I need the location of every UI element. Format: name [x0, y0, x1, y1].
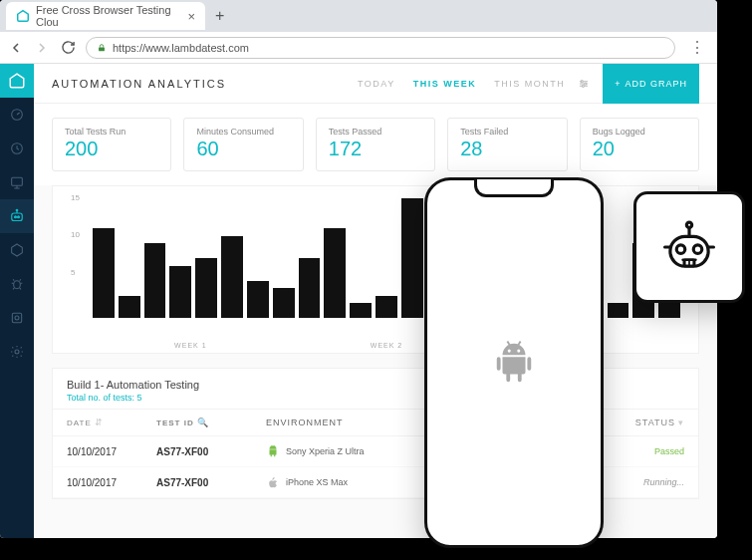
main-panel: AUTOMATION ANALYTICS TODAY THIS WEEK THI…	[34, 64, 717, 538]
apple-icon	[266, 475, 280, 489]
stat-card: Minutes Consumed60	[183, 118, 303, 171]
new-tab-button[interactable]: +	[209, 7, 230, 25]
search-icon[interactable]: 🔍	[197, 418, 209, 427]
stat-label: Tests Passed	[329, 127, 422, 137]
chart-bar	[273, 288, 295, 318]
stats-row: Total Tests Run200 Minutes Consumed60 Te…	[34, 104, 717, 185]
chart-bar	[401, 198, 423, 318]
chart-bar	[376, 296, 397, 319]
stat-value: 28	[460, 138, 554, 160]
cell-status: Passed	[615, 446, 684, 456]
android-icon	[266, 444, 280, 458]
chart-bar	[169, 266, 191, 319]
lock-icon	[97, 43, 107, 53]
chart-bar	[608, 303, 629, 318]
url-text: https://www.lambdatest.com	[113, 42, 249, 54]
android-logo-icon	[491, 340, 537, 386]
sidebar-item-realtime[interactable]	[0, 165, 34, 199]
stat-card: Bugs Logged20	[580, 118, 699, 171]
reload-icon[interactable]	[60, 40, 76, 56]
logo-icon[interactable]	[0, 64, 34, 98]
phone-notch	[474, 179, 554, 197]
tab-bar: Free Cross Browser Testing Clou × +	[0, 0, 717, 32]
robot-card	[633, 191, 745, 303]
chart-bar	[144, 243, 166, 318]
stat-value: 172	[329, 138, 422, 160]
svg-point-10	[15, 316, 19, 320]
sidebar-item-history[interactable]	[0, 132, 34, 165]
svg-point-11	[15, 350, 19, 354]
back-icon[interactable]	[8, 40, 24, 56]
sort-icon[interactable]: ⇵	[95, 418, 104, 427]
chart-bar	[247, 281, 269, 319]
browser-tab[interactable]: Free Cross Browser Testing Clou ×	[6, 2, 205, 30]
col-date: DATE⇵	[67, 418, 156, 427]
col-test-id: TEST ID🔍	[156, 418, 266, 427]
add-graph-label: ADD GRAPH	[625, 79, 687, 89]
svg-point-8	[14, 281, 21, 289]
filter-icon[interactable]	[577, 77, 591, 91]
stat-label: Tests Failed	[460, 127, 554, 137]
top-bar: AUTOMATION ANALYTICS TODAY THIS WEEK THI…	[34, 64, 717, 104]
chart-bar	[324, 228, 346, 318]
svg-point-16	[517, 350, 520, 353]
svg-point-5	[15, 216, 17, 218]
stat-label: Minutes Consumed	[196, 127, 290, 137]
plus-icon: +	[615, 79, 621, 89]
chart-bar	[93, 228, 115, 318]
col-status: STATUS▾	[615, 418, 684, 427]
sidebar-item-issues[interactable]	[0, 267, 34, 301]
browser-window: Free Cross Browser Testing Clou × + http…	[0, 0, 717, 538]
close-tab-icon[interactable]: ×	[187, 9, 195, 24]
sidebar-item-integrations[interactable]	[0, 301, 34, 335]
favicon-icon	[16, 9, 30, 23]
stat-label: Bugs Logged	[593, 127, 686, 137]
stat-card: Total Tests Run200	[52, 118, 171, 171]
forward-icon[interactable]	[34, 40, 50, 56]
add-graph-button[interactable]: + ADD GRAPH	[603, 64, 699, 104]
stat-value: 20	[593, 138, 686, 160]
range-today[interactable]: TODAY	[358, 79, 395, 89]
phone-mockup	[424, 177, 604, 548]
svg-rect-9	[12, 313, 21, 322]
sidebar-item-settings[interactable]	[0, 335, 34, 369]
svg-rect-3	[12, 177, 23, 185]
stat-label: Total Tests Run	[65, 127, 158, 137]
robot-icon	[655, 213, 723, 281]
stat-value: 60	[196, 138, 290, 160]
svg-point-13	[585, 82, 587, 84]
filter-icon[interactable]: ▾	[678, 418, 684, 427]
cell-status: Running...	[615, 477, 684, 487]
chart-bar	[119, 296, 140, 319]
app-shell: AUTOMATION ANALYTICS TODAY THIS WEEK THI…	[0, 64, 717, 538]
chart-bar	[299, 258, 321, 318]
range-tabs: TODAY THIS WEEK THIS MONTH	[358, 79, 565, 89]
cell-date: 10/10/2017	[67, 477, 156, 488]
sidebar-item-dashboard[interactable]	[0, 98, 34, 132]
svg-point-12	[581, 80, 583, 82]
range-this-week[interactable]: THIS WEEK	[413, 79, 477, 89]
browser-menu-icon[interactable]: ⋮	[685, 38, 709, 57]
chart-bar	[221, 236, 243, 319]
y-tick: 5	[71, 267, 75, 276]
svg-point-14	[583, 85, 585, 87]
x-label: WEEK 1	[93, 342, 289, 349]
address-bar: https://www.lambdatest.com ⋮	[0, 32, 717, 64]
page-title: AUTOMATION ANALYTICS	[52, 78, 226, 90]
range-this-month[interactable]: THIS MONTH	[494, 79, 565, 89]
svg-point-15	[508, 350, 511, 353]
url-input[interactable]: https://www.lambdatest.com	[86, 37, 675, 59]
svg-point-6	[18, 216, 20, 218]
y-tick: 10	[71, 230, 80, 239]
y-tick: 15	[71, 192, 80, 201]
svg-rect-0	[99, 47, 105, 51]
stat-card: Tests Failed28	[447, 118, 567, 171]
stat-value: 200	[65, 138, 158, 160]
sidebar-item-automation[interactable]	[0, 199, 34, 233]
chart-bar	[350, 303, 372, 318]
cell-test-id: AS77-XF00	[156, 477, 266, 488]
sidebar-item-visual[interactable]	[0, 233, 34, 267]
svg-point-21	[686, 222, 691, 227]
cell-date: 10/10/2017	[67, 446, 156, 457]
svg-point-19	[693, 245, 702, 254]
